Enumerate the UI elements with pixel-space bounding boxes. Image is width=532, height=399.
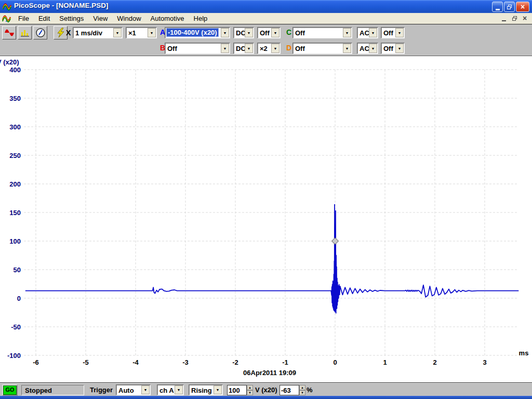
channel-d-coupling-select[interactable]: AC ▼ [357,43,378,54]
x-axis-label: ms [519,349,529,357]
x-tick-label: -6 [33,358,39,366]
channel-b-range-select[interactable]: Off ▼ [165,43,230,54]
spin-up-icon[interactable]: ▲ [299,385,305,390]
go-button[interactable]: GO [2,384,18,396]
chevron-down-icon[interactable]: ▼ [271,28,280,37]
spectrum-view-button[interactable] [18,26,32,39]
channel-c-option-select[interactable]: Off ▼ [381,27,405,38]
chevron-down-icon[interactable]: ▼ [175,385,183,394]
chevron-down-icon[interactable]: ▼ [395,28,404,37]
x-multiplier-label: X [66,29,71,37]
x-tick-label: -1 [282,358,288,366]
spectrum-bars-icon [20,28,30,37]
lightning-bolt-icon [56,28,65,38]
chevron-down-icon[interactable]: ▼ [343,28,351,37]
chevron-down-icon[interactable]: ▼ [221,28,229,37]
x-tick-label: 0 [333,358,337,366]
y-tick-label: 350 [9,95,21,102]
trigger-label: Trigger [90,386,113,394]
trigger-marker[interactable] [332,238,339,245]
sine-wave-icon [4,28,15,37]
spin-up-icon[interactable]: ▲ [247,385,253,390]
y-tick-label: 400 [9,66,21,74]
meter-view-button[interactable] [33,26,47,39]
channel-b-coupling-select[interactable]: DC ▼ [233,43,254,54]
chevron-down-icon[interactable]: ▼ [271,44,280,53]
channel-d-range-select[interactable]: Off ▼ [292,43,352,54]
status-text: Stopped [21,385,84,395]
x-tick-label: -4 [132,358,139,366]
chevron-down-icon[interactable]: ▼ [245,44,253,53]
trigger-mode-select[interactable]: Auto ▼ [116,384,151,395]
timebase-multiplier-select[interactable]: ×1 ▼ [126,27,157,38]
chevron-down-icon[interactable]: ▼ [221,44,229,53]
trigger-level-stepper[interactable]: ▲ ▼ [247,385,253,395]
timestamp-label: 06Apr2011 19:09 [243,369,296,377]
chevron-down-icon[interactable]: ▼ [148,28,156,37]
x-tick-label: 1 [383,358,387,366]
chevron-down-icon[interactable]: ▼ [214,385,222,394]
chevron-down-icon[interactable]: ▼ [369,44,377,53]
y-tick-label: 0 [17,295,21,302]
chevron-down-icon[interactable]: ▼ [245,28,253,37]
trigger-source-select[interactable]: ch A ▼ [157,384,184,395]
channel-a-range-select[interactable]: -100-400V (x20) ▼ [165,27,230,38]
trigger-delay-unit: % [307,386,313,394]
toolbar: X 1 ms/div ▼ ×1 ▼ A -100-400V (x20) ▼ DC… [0,24,532,56]
chevron-down-icon[interactable]: ▼ [369,28,377,37]
y-tick-label: 250 [9,152,21,159]
picoscope-window: 400350300250200150100500-50-100-6-5-4-3-… [0,0,532,399]
y-tick-label: 100 [9,237,21,245]
trigger-level-unit: V (x20) [255,386,277,394]
y-tick-label: 200 [9,180,21,188]
x-tick-label: -3 [182,358,189,366]
trigger-level-input[interactable] [227,385,247,395]
y-tick-label: 150 [9,209,21,217]
y-tick-label: -100 [7,352,21,360]
y-tick-label: 300 [9,123,21,131]
spin-down-icon[interactable]: ▼ [299,390,305,395]
channel-c-label: C [286,28,291,36]
trigger-flash-button[interactable] [54,26,68,39]
channel-d-label: D [286,44,291,52]
trigger-delay-stepper[interactable]: ▲ ▼ [299,385,305,395]
y-tick-label: 50 [14,266,21,274]
trigger-edge-select[interactable]: Rising ▼ [189,384,223,395]
spin-down-icon[interactable]: ▼ [247,390,253,395]
x-tick-label: -2 [232,358,238,366]
x-tick-label: 3 [483,358,486,366]
waveform-plot: 400350300250200150100500-50-100-6-5-4-3-… [0,0,532,399]
x-tick-label: 2 [433,358,436,366]
channel-a-coupling-select[interactable]: DC ▼ [233,27,254,38]
chevron-down-icon[interactable]: ▼ [113,28,122,37]
channel-b-option-select[interactable]: ×2 ▼ [257,43,281,54]
chevron-down-icon[interactable]: ▼ [343,44,351,53]
x-tick-label: -5 [83,358,89,366]
channel-c-range-select[interactable]: Off ▼ [292,27,352,38]
chevron-down-icon[interactable]: ▼ [141,385,150,394]
trigger-delay-input[interactable] [280,385,299,395]
window-border [0,396,532,399]
chevron-down-icon[interactable]: ▼ [395,44,404,53]
timebase-select[interactable]: 1 ms/div ▼ [73,27,123,38]
y-tick-label: -50 [11,323,21,331]
gauge-meter-icon [35,28,46,38]
channel-c-coupling-select[interactable]: AC ▼ [357,27,378,38]
channel-a-option-select[interactable]: Off ▼ [257,27,281,38]
waveform-trace [25,205,519,313]
oscilloscope-view-button[interactable] [2,26,16,39]
status-bar: GO Stopped Trigger Auto ▼ ch A ▼ Rising … [0,382,532,396]
channel-d-option-select[interactable]: Off ▼ [381,43,405,54]
y-axis-label: V (x20) [0,58,19,66]
